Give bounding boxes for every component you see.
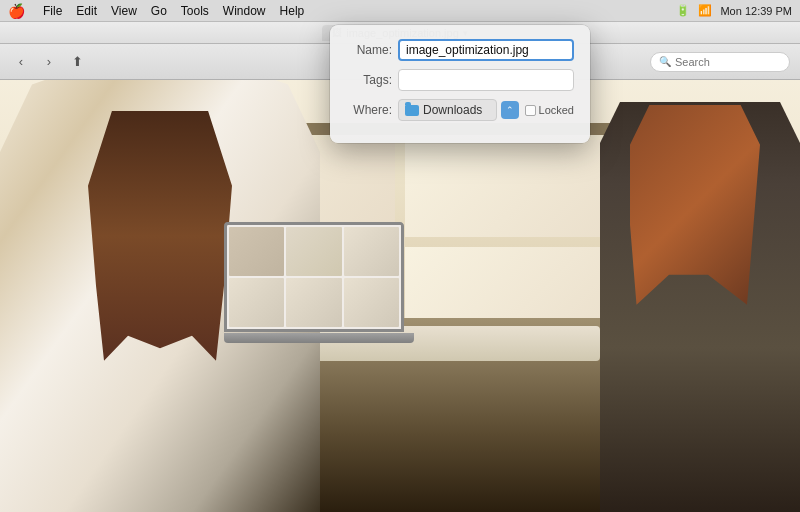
photo-background [0, 80, 800, 512]
back-button[interactable]: ‹ [10, 51, 32, 73]
screen-cell-6 [344, 278, 399, 327]
screen-cell-5 [286, 278, 341, 327]
locked-checkbox[interactable] [525, 105, 536, 116]
menubar: 🍎 File Edit View Go Tools Window Help 🔋 … [0, 0, 800, 22]
dialog-where-row: Where: Downloads ⌃ Locked [346, 99, 574, 121]
menu-go[interactable]: Go [151, 4, 167, 18]
folder-icon [405, 105, 419, 116]
apple-menu-icon[interactable]: 🍎 [8, 3, 25, 19]
forward-button[interactable]: › [38, 51, 60, 73]
screen-cell-3 [344, 227, 399, 276]
laptop-base [224, 333, 414, 343]
clock: Mon 12:39 PM [720, 5, 792, 17]
menu-window[interactable]: Window [223, 4, 266, 18]
name-label: Name: [346, 43, 392, 57]
person-right-hair [630, 105, 760, 305]
menubar-right: 🔋 📶 Mon 12:39 PM [676, 4, 792, 17]
menu-file[interactable]: File [43, 4, 62, 18]
where-container: Downloads ⌃ [398, 99, 519, 121]
locked-label: Locked [539, 104, 574, 116]
menu-edit[interactable]: Edit [76, 4, 97, 18]
folder-location-button[interactable]: Downloads [398, 99, 497, 121]
screen-cell-4 [229, 278, 284, 327]
battery-indicator: 🔋 [676, 4, 690, 17]
laptop [224, 222, 424, 352]
save-dialog: Name: Tags: Where: Downloads ⌃ Locked [330, 25, 590, 143]
screen-cell-2 [286, 227, 341, 276]
locked-container: Locked [525, 104, 574, 116]
wifi-icon: 📶 [698, 4, 712, 17]
where-dropdown-button[interactable]: ⌃ [501, 101, 519, 119]
dialog-tags-row: Tags: [346, 69, 574, 91]
menu-tools[interactable]: Tools [181, 4, 209, 18]
main-photo [0, 80, 800, 512]
screen-cell-1 [229, 227, 284, 276]
menu-help[interactable]: Help [280, 4, 305, 18]
laptop-screen [224, 222, 404, 332]
dialog-name-row: Name: [346, 39, 574, 61]
search-input[interactable] [675, 56, 781, 68]
where-value: Downloads [423, 103, 482, 117]
filename-input[interactable] [398, 39, 574, 61]
person-left-hair [80, 111, 240, 361]
laptop-screen-content [227, 225, 401, 329]
tags-label: Tags: [346, 73, 392, 87]
tags-input[interactable] [398, 69, 574, 91]
share-button[interactable]: ⬆ [66, 51, 88, 73]
menu-view[interactable]: View [111, 4, 137, 18]
dropdown-chevron-icon: ⌃ [506, 106, 514, 115]
search-container: 🔍 [650, 52, 790, 72]
search-icon: 🔍 [659, 56, 671, 67]
where-label: Where: [346, 103, 392, 117]
